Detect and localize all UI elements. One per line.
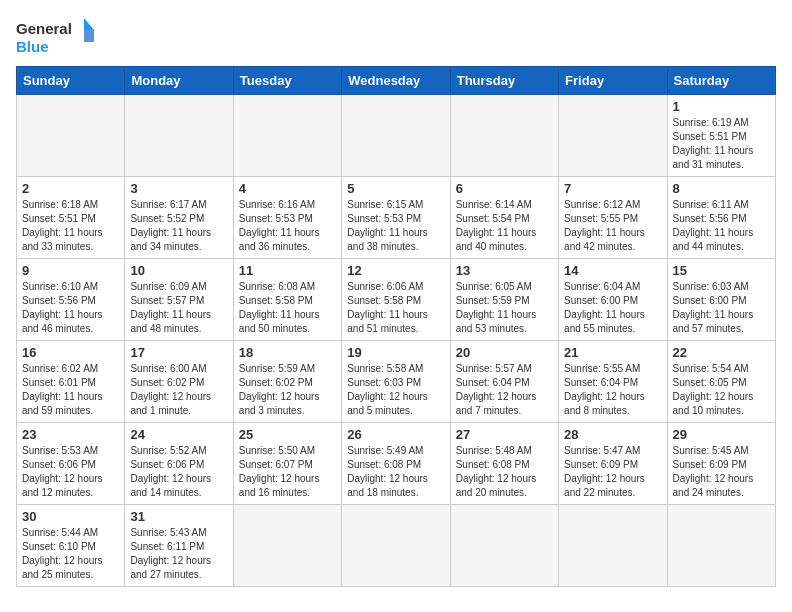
cell-text: Sunrise: 6:05 AM Sunset: 5:59 PM Dayligh… (456, 280, 553, 336)
calendar-cell: 24Sunrise: 5:52 AM Sunset: 6:06 PM Dayli… (125, 423, 233, 505)
cell-text: Sunrise: 6:18 AM Sunset: 5:51 PM Dayligh… (22, 198, 119, 254)
cell-text: Sunrise: 6:11 AM Sunset: 5:56 PM Dayligh… (673, 198, 770, 254)
calendar-cell: 2Sunrise: 6:18 AM Sunset: 5:51 PM Daylig… (17, 177, 125, 259)
cell-text: Sunrise: 5:52 AM Sunset: 6:06 PM Dayligh… (130, 444, 227, 500)
day-number: 10 (130, 263, 227, 278)
day-number: 13 (456, 263, 553, 278)
calendar-cell: 1Sunrise: 6:19 AM Sunset: 5:51 PM Daylig… (667, 95, 775, 177)
weekday-header-tuesday: Tuesday (233, 67, 341, 95)
calendar-cell: 21Sunrise: 5:55 AM Sunset: 6:04 PM Dayli… (559, 341, 667, 423)
calendar-cell (667, 505, 775, 587)
cell-text: Sunrise: 6:00 AM Sunset: 6:02 PM Dayligh… (130, 362, 227, 418)
calendar-cell: 15Sunrise: 6:03 AM Sunset: 6:00 PM Dayli… (667, 259, 775, 341)
calendar-cell (559, 95, 667, 177)
day-number: 15 (673, 263, 770, 278)
day-number: 28 (564, 427, 661, 442)
cell-text: Sunrise: 6:19 AM Sunset: 5:51 PM Dayligh… (673, 116, 770, 172)
cell-text: Sunrise: 6:03 AM Sunset: 6:00 PM Dayligh… (673, 280, 770, 336)
cell-text: Sunrise: 5:57 AM Sunset: 6:04 PM Dayligh… (456, 362, 553, 418)
svg-text:Blue: Blue (16, 38, 49, 55)
calendar-cell (342, 505, 450, 587)
cell-text: Sunrise: 6:08 AM Sunset: 5:58 PM Dayligh… (239, 280, 336, 336)
cell-text: Sunrise: 6:14 AM Sunset: 5:54 PM Dayligh… (456, 198, 553, 254)
calendar-cell: 3Sunrise: 6:17 AM Sunset: 5:52 PM Daylig… (125, 177, 233, 259)
day-number: 21 (564, 345, 661, 360)
calendar-cell (233, 505, 341, 587)
weekday-header-monday: Monday (125, 67, 233, 95)
calendar-cell: 28Sunrise: 5:47 AM Sunset: 6:09 PM Dayli… (559, 423, 667, 505)
weekday-header-row: SundayMondayTuesdayWednesdayThursdayFrid… (17, 67, 776, 95)
calendar-cell: 18Sunrise: 5:59 AM Sunset: 6:02 PM Dayli… (233, 341, 341, 423)
weekday-header-wednesday: Wednesday (342, 67, 450, 95)
calendar-cell: 13Sunrise: 6:05 AM Sunset: 5:59 PM Dayli… (450, 259, 558, 341)
calendar-week-1: 1Sunrise: 6:19 AM Sunset: 5:51 PM Daylig… (17, 95, 776, 177)
day-number: 2 (22, 181, 119, 196)
day-number: 31 (130, 509, 227, 524)
calendar-cell: 8Sunrise: 6:11 AM Sunset: 5:56 PM Daylig… (667, 177, 775, 259)
cell-text: Sunrise: 5:59 AM Sunset: 6:02 PM Dayligh… (239, 362, 336, 418)
cell-text: Sunrise: 5:50 AM Sunset: 6:07 PM Dayligh… (239, 444, 336, 500)
cell-text: Sunrise: 5:43 AM Sunset: 6:11 PM Dayligh… (130, 526, 227, 582)
cell-text: Sunrise: 5:58 AM Sunset: 6:03 PM Dayligh… (347, 362, 444, 418)
cell-text: Sunrise: 5:47 AM Sunset: 6:09 PM Dayligh… (564, 444, 661, 500)
calendar-cell: 17Sunrise: 6:00 AM Sunset: 6:02 PM Dayli… (125, 341, 233, 423)
cell-text: Sunrise: 6:04 AM Sunset: 6:00 PM Dayligh… (564, 280, 661, 336)
calendar-cell: 19Sunrise: 5:58 AM Sunset: 6:03 PM Dayli… (342, 341, 450, 423)
weekday-header-sunday: Sunday (17, 67, 125, 95)
cell-text: Sunrise: 5:44 AM Sunset: 6:10 PM Dayligh… (22, 526, 119, 582)
day-number: 14 (564, 263, 661, 278)
cell-text: Sunrise: 5:53 AM Sunset: 6:06 PM Dayligh… (22, 444, 119, 500)
calendar-week-2: 2Sunrise: 6:18 AM Sunset: 5:51 PM Daylig… (17, 177, 776, 259)
calendar-cell: 29Sunrise: 5:45 AM Sunset: 6:09 PM Dayli… (667, 423, 775, 505)
weekday-header-friday: Friday (559, 67, 667, 95)
day-number: 7 (564, 181, 661, 196)
calendar-cell: 22Sunrise: 5:54 AM Sunset: 6:05 PM Dayli… (667, 341, 775, 423)
calendar-cell (17, 95, 125, 177)
day-number: 25 (239, 427, 336, 442)
day-number: 4 (239, 181, 336, 196)
cell-text: Sunrise: 6:17 AM Sunset: 5:52 PM Dayligh… (130, 198, 227, 254)
day-number: 22 (673, 345, 770, 360)
calendar-cell: 5Sunrise: 6:15 AM Sunset: 5:53 PM Daylig… (342, 177, 450, 259)
day-number: 5 (347, 181, 444, 196)
page-header: General Blue (16, 16, 776, 56)
calendar-cell (233, 95, 341, 177)
day-number: 11 (239, 263, 336, 278)
day-number: 3 (130, 181, 227, 196)
calendar-cell: 14Sunrise: 6:04 AM Sunset: 6:00 PM Dayli… (559, 259, 667, 341)
day-number: 16 (22, 345, 119, 360)
cell-text: Sunrise: 5:45 AM Sunset: 6:09 PM Dayligh… (673, 444, 770, 500)
day-number: 29 (673, 427, 770, 442)
weekday-header-saturday: Saturday (667, 67, 775, 95)
svg-text:General: General (16, 20, 72, 37)
calendar-cell: 20Sunrise: 5:57 AM Sunset: 6:04 PM Dayli… (450, 341, 558, 423)
day-number: 26 (347, 427, 444, 442)
calendar-cell (450, 505, 558, 587)
day-number: 12 (347, 263, 444, 278)
calendar-cell: 6Sunrise: 6:14 AM Sunset: 5:54 PM Daylig… (450, 177, 558, 259)
calendar-cell: 23Sunrise: 5:53 AM Sunset: 6:06 PM Dayli… (17, 423, 125, 505)
day-number: 27 (456, 427, 553, 442)
calendar-cell (342, 95, 450, 177)
day-number: 23 (22, 427, 119, 442)
day-number: 8 (673, 181, 770, 196)
svg-marker-3 (84, 30, 94, 42)
day-number: 1 (673, 99, 770, 114)
calendar-cell: 31Sunrise: 5:43 AM Sunset: 6:11 PM Dayli… (125, 505, 233, 587)
calendar-week-5: 23Sunrise: 5:53 AM Sunset: 6:06 PM Dayli… (17, 423, 776, 505)
calendar-cell: 11Sunrise: 6:08 AM Sunset: 5:58 PM Dayli… (233, 259, 341, 341)
cell-text: Sunrise: 6:02 AM Sunset: 6:01 PM Dayligh… (22, 362, 119, 418)
calendar-cell: 10Sunrise: 6:09 AM Sunset: 5:57 PM Dayli… (125, 259, 233, 341)
calendar-cell (450, 95, 558, 177)
cell-text: Sunrise: 5:54 AM Sunset: 6:05 PM Dayligh… (673, 362, 770, 418)
day-number: 19 (347, 345, 444, 360)
day-number: 20 (456, 345, 553, 360)
calendar-week-6: 30Sunrise: 5:44 AM Sunset: 6:10 PM Dayli… (17, 505, 776, 587)
weekday-header-thursday: Thursday (450, 67, 558, 95)
calendar-cell (125, 95, 233, 177)
cell-text: Sunrise: 6:15 AM Sunset: 5:53 PM Dayligh… (347, 198, 444, 254)
day-number: 6 (456, 181, 553, 196)
day-number: 30 (22, 509, 119, 524)
svg-marker-2 (84, 18, 94, 30)
calendar-cell: 27Sunrise: 5:48 AM Sunset: 6:08 PM Dayli… (450, 423, 558, 505)
